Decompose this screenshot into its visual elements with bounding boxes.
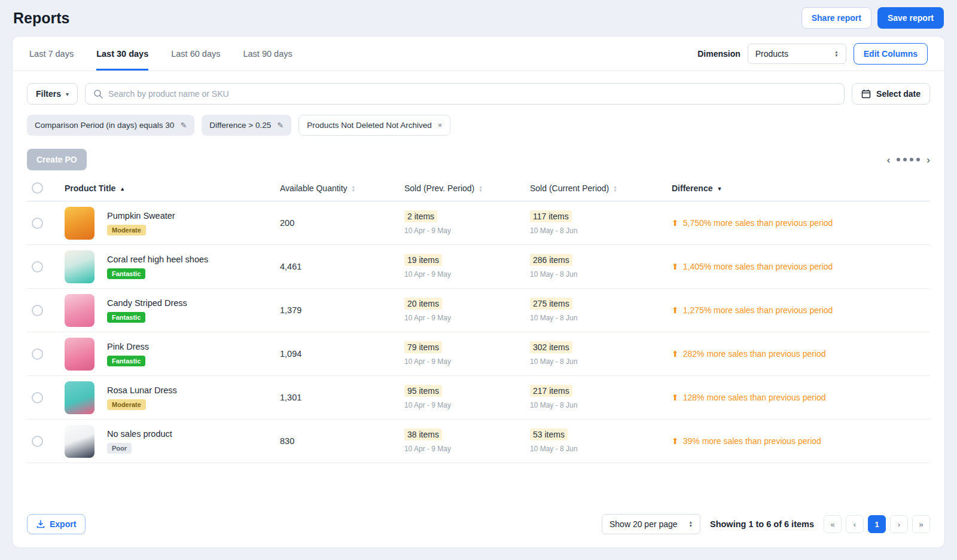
difference-cell: ⬆128% more sales than previous period [667, 376, 930, 420]
arrow-up-icon: ⬆ [672, 262, 679, 271]
product-title[interactable]: Candy Striped Dress [107, 298, 187, 308]
difference-text: 282% more sales than previous period [683, 349, 826, 359]
share-report-button[interactable]: Share report [801, 7, 871, 29]
close-icon[interactable]: × [438, 121, 443, 130]
last-page-button[interactable]: » [912, 515, 930, 533]
column-header-sold-current[interactable]: Sold (Current Period)▲▼ [525, 175, 667, 201]
pager-dot[interactable] [897, 158, 900, 161]
available-quantity: 200 [275, 201, 400, 245]
sold-current-value: 302 items [530, 341, 572, 353]
sold-prev-range: 10 Apr - 9 May [404, 445, 520, 453]
filter-chip-not-deleted[interactable]: Products Not Deleted Not Archived × [298, 115, 450, 136]
filters-button[interactable]: Filters ▾ [27, 83, 78, 105]
column-header-available-quantity[interactable]: Available Quantity▲▼ [275, 175, 400, 201]
search-box[interactable] [85, 83, 845, 105]
dimension-select[interactable]: Products ▲▼ [748, 44, 846, 64]
sold-prev-value: 38 items [404, 429, 442, 440]
product-badge: Moderate [107, 225, 146, 235]
edit-icon[interactable]: ✎ [277, 121, 284, 130]
arrow-up-icon: ⬆ [672, 393, 679, 402]
difference-cell: ⬆1,405% more sales than previous period [667, 245, 930, 289]
table-body: Pumpkin Sweater Moderate 200 2 items 10 … [27, 201, 930, 463]
chevron-left-icon[interactable]: ‹ [887, 155, 891, 165]
column-header-sold-prev[interactable]: Sold (Prev. Period)▲▼ [400, 175, 525, 201]
product-badge: Moderate [107, 399, 146, 410]
row-checkbox[interactable] [32, 348, 43, 360]
column-header-product-title[interactable]: Product Title▲ [60, 175, 275, 201]
available-quantity: 1,094 [275, 332, 400, 376]
sold-current-range: 10 May - 8 Jun [530, 270, 662, 279]
search-input[interactable] [108, 89, 836, 99]
column-pager: ‹ › [887, 155, 930, 165]
reports-table: Product Title▲ Available Quantity▲▼ Sold… [27, 175, 930, 463]
arrow-up-icon: ⬆ [672, 436, 679, 446]
export-button[interactable]: Export [27, 514, 86, 534]
search-icon [93, 89, 103, 99]
arrow-up-icon: ⬆ [672, 305, 679, 315]
filter-chip-comparison-period[interactable]: Comparison Period (in days) equals 30 ✎ [27, 115, 194, 136]
tab-last-7-days[interactable]: Last 7 days [29, 36, 74, 71]
tab-last-60-days[interactable]: Last 60 days [171, 36, 220, 71]
dimension-label: Dimension [697, 49, 740, 59]
stepper-icon: ▲▼ [834, 50, 838, 57]
filter-chip-difference[interactable]: Difference > 0.25 ✎ [202, 115, 291, 136]
edit-columns-button[interactable]: Edit Columns [854, 43, 928, 65]
available-quantity: 1,379 [275, 289, 400, 332]
sold-prev-range: 10 Apr - 9 May [404, 270, 520, 279]
sold-current-value: 117 items [530, 210, 572, 222]
column-header-difference[interactable]: Difference▼ [667, 175, 930, 201]
sold-prev-value: 19 items [404, 254, 442, 266]
sold-prev-value: 95 items [404, 385, 442, 397]
save-report-button[interactable]: Save report [877, 7, 944, 29]
sold-prev-value: 79 items [404, 341, 442, 353]
row-checkbox[interactable] [32, 305, 43, 316]
sold-current-range: 10 May - 8 Jun [530, 401, 662, 409]
product-thumbnail [65, 425, 95, 458]
edit-icon[interactable]: ✎ [180, 121, 187, 130]
page-title: Reports [13, 10, 69, 27]
product-title[interactable]: No sales product [107, 429, 172, 439]
create-po-button[interactable]: Create PO [27, 149, 87, 170]
prev-page-button[interactable]: ‹ [846, 515, 864, 533]
table-header-row: Product Title▲ Available Quantity▲▼ Sold… [27, 175, 930, 201]
table-row: Pink Dress Fantastic 1,094 79 items 10 A… [27, 332, 930, 376]
sold-prev-range: 10 Apr - 9 May [404, 227, 520, 235]
product-title[interactable]: Coral reef high heel shoes [107, 255, 208, 264]
page-1-button[interactable]: 1 [868, 515, 886, 533]
sold-prev-value: 2 items [404, 210, 437, 222]
sold-prev-range: 10 Apr - 9 May [404, 314, 520, 322]
first-page-button[interactable]: « [824, 515, 842, 533]
pager-dot[interactable] [903, 158, 907, 161]
row-checkbox[interactable] [32, 436, 43, 447]
select-date-button[interactable]: Select date [852, 83, 930, 105]
sold-current-range: 10 May - 8 Jun [530, 357, 662, 366]
product-thumbnail [65, 294, 95, 327]
difference-text: 5,750% more sales than previous period [683, 218, 833, 228]
dimension-value: Products [755, 49, 788, 59]
product-cell: Candy Striped Dress Fantastic [65, 294, 270, 327]
next-page-button[interactable]: › [890, 515, 908, 533]
chevron-right-icon[interactable]: › [926, 155, 930, 165]
sort-icon: ▲▼ [352, 185, 355, 192]
select-all-checkbox[interactable] [32, 182, 43, 194]
product-title[interactable]: Pink Dress [107, 342, 149, 351]
product-cell: Pumpkin Sweater Moderate [65, 207, 270, 240]
difference-text: 128% more sales than previous period [683, 393, 826, 402]
tab-last-90-days[interactable]: Last 90 days [243, 36, 292, 71]
pager-dot[interactable] [916, 158, 920, 161]
product-title[interactable]: Rosa Lunar Dress [107, 385, 177, 395]
difference-text: 1,275% more sales than previous period [683, 305, 833, 315]
product-title[interactable]: Pumpkin Sweater [107, 211, 175, 221]
row-checkbox[interactable] [32, 261, 43, 273]
difference-cell: ⬆5,750% more sales than previous period [667, 201, 930, 245]
pager-dots[interactable] [897, 158, 920, 161]
row-checkbox[interactable] [32, 392, 43, 403]
row-checkbox[interactable] [32, 218, 43, 229]
per-page-select[interactable]: Show 20 per page ▲▼ [602, 514, 700, 534]
table-row: Candy Striped Dress Fantastic 1,379 20 i… [27, 289, 930, 332]
sold-prev-range: 10 Apr - 9 May [404, 357, 520, 366]
pager-dot[interactable] [910, 158, 913, 161]
difference-cell: ⬆282% more sales than previous period [667, 332, 930, 376]
available-quantity: 4,461 [275, 245, 400, 289]
tab-last-30-days[interactable]: Last 30 days [96, 36, 148, 71]
